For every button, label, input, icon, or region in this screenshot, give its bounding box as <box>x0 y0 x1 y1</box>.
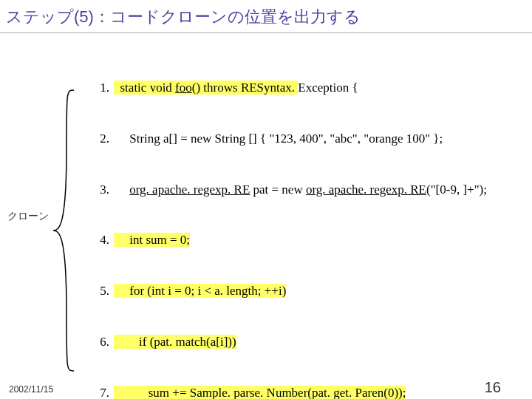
content-area: クローン 1. static void foo() throws RESynta… <box>0 38 532 378</box>
lineno: 4. <box>89 232 109 249</box>
lineno: 5. <box>89 283 109 300</box>
lineno: 1. <box>89 80 109 97</box>
clone-bracket <box>52 83 81 378</box>
lineno: 2. <box>89 131 109 148</box>
footer-date: 2002/11/15 <box>9 384 53 395</box>
lineno: 3. <box>89 182 109 199</box>
code-block: 1. static void foo() throws RESyntax. Ex… <box>89 46 514 399</box>
slide-title: ステップ(5)：コードクローンの位置を出力する <box>0 0 532 33</box>
page-number: 16 <box>485 379 501 396</box>
lineno: 6. <box>89 334 109 351</box>
clone-label: クローン <box>7 210 49 223</box>
footer: 2002/11/15 16 <box>9 384 523 395</box>
